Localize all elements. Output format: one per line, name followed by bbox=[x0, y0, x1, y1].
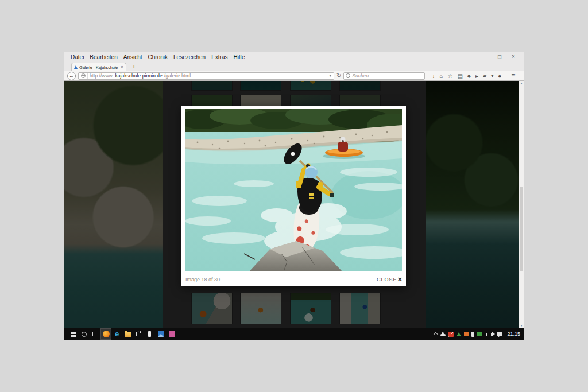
taskbar-firefox-button[interactable] bbox=[100, 328, 111, 340]
close-x-icon: × bbox=[397, 277, 402, 282]
tray-orange-app-icon[interactable] bbox=[464, 332, 469, 336]
taskbar-phone-button[interactable] bbox=[144, 328, 155, 340]
tray-green-app-icon[interactable] bbox=[477, 332, 482, 336]
volume-icon[interactable] bbox=[491, 333, 493, 336]
pocket-icon[interactable]: ◆ bbox=[467, 73, 471, 79]
back-button[interactable]: ← bbox=[67, 72, 76, 80]
folder-icon bbox=[125, 332, 131, 337]
firefox-icon bbox=[103, 331, 110, 337]
url-path: /galerie.html bbox=[164, 73, 191, 79]
hamburger-menu-icon[interactable]: ≡ bbox=[511, 72, 515, 80]
task-view-icon bbox=[92, 332, 98, 336]
tab-title: Galerie - Kajakschule Pirm... bbox=[79, 65, 119, 70]
menu-bar: Datei Bearbeiten Ansicht Chronik Lesezei… bbox=[64, 52, 524, 62]
download-icon[interactable]: ↓ bbox=[432, 73, 435, 79]
pink-app-icon bbox=[169, 331, 175, 337]
clipboard-icon[interactable]: ▤ bbox=[457, 73, 462, 79]
taskbar-store-button[interactable] bbox=[133, 328, 144, 340]
tray-device-icon[interactable] bbox=[471, 332, 474, 337]
menu-hilfe[interactable]: Hilfe bbox=[231, 54, 248, 60]
close-button[interactable]: × bbox=[506, 52, 520, 62]
more-tools-caret-icon[interactable]: ▾ bbox=[491, 73, 493, 79]
tab-close-icon[interactable]: × bbox=[121, 64, 123, 70]
search-box[interactable] bbox=[343, 72, 425, 80]
hidden-icons-chevron-icon[interactable] bbox=[434, 332, 438, 337]
edge-icon: e bbox=[115, 331, 119, 337]
menu-lesezeichen[interactable]: Lesezeichen bbox=[171, 54, 208, 60]
cortana-circle-icon bbox=[82, 332, 87, 337]
tray-green-signal-icon[interactable] bbox=[457, 332, 461, 336]
url-host: kajakschule-pirmin.de bbox=[115, 73, 163, 79]
close-label: CLOSE bbox=[377, 277, 397, 282]
phone-icon bbox=[148, 331, 151, 337]
menu-chronik[interactable]: Chronik bbox=[145, 54, 171, 60]
taskbar-clock[interactable]: 21:15 bbox=[507, 331, 520, 337]
menu-datei[interactable]: Datei bbox=[68, 54, 87, 60]
page-content: Image 18 of 30 CLOSE × ▴ ▾ bbox=[64, 81, 524, 328]
home-icon[interactable]: ⌂ bbox=[439, 73, 443, 79]
lightbox-bottom-bar: Image 18 of 30 CLOSE × bbox=[185, 274, 402, 285]
desktop: Datei Bearbeiten Ansicht Chronik Lesezei… bbox=[0, 0, 588, 392]
start-button[interactable] bbox=[68, 328, 79, 340]
taskbar: e 21:15 bbox=[64, 328, 524, 340]
lightbox-close-button[interactable]: CLOSE × bbox=[377, 277, 402, 282]
lightbox-caption: Image 18 of 30 bbox=[185, 277, 220, 282]
scroll-down-icon[interactable]: ▾ bbox=[519, 323, 524, 328]
toolbar-separator bbox=[506, 72, 506, 79]
extension-icon[interactable]: ▰ bbox=[483, 73, 486, 79]
network-icon[interactable] bbox=[485, 332, 489, 336]
urlbar-dropdown-icon[interactable]: ▾ bbox=[329, 73, 331, 78]
search-icon bbox=[346, 73, 350, 78]
screen: Datei Bearbeiten Ansicht Chronik Lesezei… bbox=[64, 52, 524, 340]
tray-red-app-icon[interactable] bbox=[448, 332, 454, 337]
taskbar-edge-button[interactable]: e bbox=[111, 328, 122, 340]
action-center-icon[interactable] bbox=[497, 332, 502, 336]
taskbar-pink-app-button[interactable] bbox=[166, 328, 177, 340]
lightbox-photo-kayakers[interactable] bbox=[185, 109, 402, 271]
kayak-river-scene bbox=[185, 109, 402, 271]
site-identity-icon[interactable] bbox=[81, 73, 86, 78]
reload-button[interactable]: ↻ bbox=[336, 73, 341, 79]
menu-ansicht[interactable]: Ansicht bbox=[121, 54, 145, 60]
scrollbar-thumb[interactable] bbox=[520, 187, 523, 271]
tab-strip: Galerie - Kajakschule Pirm... × + bbox=[64, 62, 524, 71]
bookmark-star-icon[interactable]: ☆ bbox=[447, 73, 452, 79]
scroll-up-icon[interactable]: ▴ bbox=[519, 81, 524, 86]
toolbar-buttons: ↓ ⌂ ☆ ▤ ◆ ▸ ▰ ▾ ● ≡ bbox=[432, 72, 515, 80]
page-scrollbar[interactable]: ▴ ▾ bbox=[519, 81, 524, 328]
minimize-button[interactable]: – bbox=[479, 52, 493, 62]
url-bar[interactable]: http://www. kajakschule-pirmin.de /galer… bbox=[78, 72, 334, 80]
tab-galerie[interactable]: Galerie - Kajakschule Pirm... × bbox=[71, 63, 126, 71]
taskbar-photos-button[interactable] bbox=[155, 328, 166, 340]
menu-extras[interactable]: Extras bbox=[208, 54, 230, 60]
site-favicon-icon bbox=[74, 65, 78, 69]
photos-icon bbox=[158, 331, 164, 337]
url-prefix: http://www. bbox=[90, 73, 114, 79]
send-icon[interactable]: ▸ bbox=[475, 73, 478, 79]
menu-bearbeiten[interactable]: Bearbeiten bbox=[87, 54, 120, 60]
firefox-window: Datei Bearbeiten Ansicht Chronik Lesezei… bbox=[64, 52, 524, 328]
restore-button[interactable]: □ bbox=[493, 52, 506, 62]
onedrive-cloud-icon[interactable] bbox=[440, 334, 446, 336]
windows-logo-icon bbox=[71, 332, 76, 337]
new-tab-button[interactable]: + bbox=[132, 63, 136, 70]
store-bag-icon bbox=[136, 332, 141, 336]
cortana-button[interactable] bbox=[79, 328, 90, 340]
forum-icon[interactable]: ● bbox=[498, 73, 501, 79]
url-separator bbox=[87, 73, 88, 79]
taskbar-explorer-button[interactable] bbox=[122, 328, 133, 340]
lightbox: Image 18 of 30 CLOSE × bbox=[181, 106, 406, 286]
system-tray: 21:15 bbox=[434, 331, 520, 337]
window-controls: – □ × bbox=[479, 52, 520, 62]
navigation-toolbar: ← http://www. kajakschule-pirmin.de /gal… bbox=[64, 71, 524, 81]
search-input[interactable] bbox=[352, 73, 423, 79]
task-view-button[interactable] bbox=[90, 328, 100, 340]
